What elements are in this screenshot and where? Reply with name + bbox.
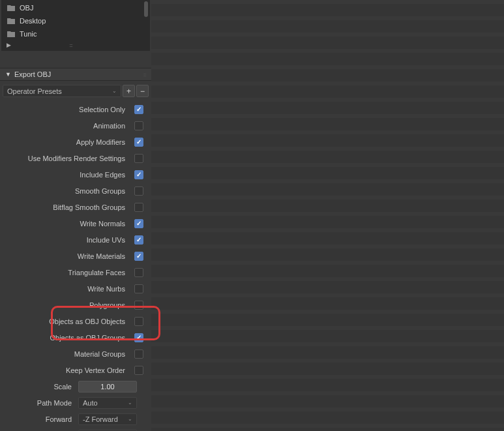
option-row: Material Groups	[3, 346, 149, 362]
forward-value: -Z Forward	[83, 415, 118, 423]
option-label: Objects as OBJ Groups	[3, 334, 132, 342]
up-row: Up Y Up ⌄	[3, 427, 149, 431]
bookmark-item-obj[interactable]: OBJ	[1, 1, 150, 14]
option-row: Objects as OBJ Objects	[3, 313, 149, 329]
path-mode-label: Path Mode	[3, 399, 76, 407]
disclosure-icon: ▼	[5, 71, 12, 78]
path-mode-row: Path Mode Auto ⌄	[3, 394, 149, 411]
option-row: Objects as OBJ Groups	[3, 329, 149, 346]
option-checkbox[interactable]	[134, 138, 143, 147]
grip-icon[interactable]: ::::	[143, 72, 146, 78]
operator-presets-select[interactable]: Operator Presets ⌄	[3, 85, 121, 97]
option-checkbox[interactable]	[134, 105, 143, 114]
option-row: Selection Only	[3, 101, 149, 117]
option-row: Polygroups	[3, 297, 149, 313]
option-checkbox[interactable]	[134, 268, 143, 277]
option-checkbox[interactable]	[134, 170, 143, 179]
option-checkbox[interactable]	[134, 366, 143, 375]
scale-label: Scale	[3, 383, 76, 391]
chevron-down-icon: ⌄	[128, 416, 132, 422]
option-label: Apply Modifiers	[3, 138, 132, 146]
option-row: Animation	[3, 117, 149, 134]
option-row: Use Modifiers Render Settings	[3, 150, 149, 166]
bookmarks-panel: OBJ Desktop Tunic ▶ ::::	[1, 0, 150, 51]
option-label: Use Modifiers Render Settings	[3, 155, 132, 162]
option-label: Write Nurbs	[3, 285, 132, 293]
option-label: Selection Only	[3, 106, 132, 113]
option-row: Keep Vertex Order	[3, 362, 149, 378]
option-label: Objects as OBJ Objects	[3, 318, 132, 325]
preset-label: Operator Presets	[7, 87, 62, 95]
forward-row: Forward -Z Forward ⌄	[3, 411, 149, 427]
option-label: Keep Vertex Order	[3, 366, 132, 374]
bookmark-label: Tunic	[20, 30, 37, 38]
sidebar: OBJ Desktop Tunic ▶ :::: ▼ Export OBJ ::…	[0, 0, 151, 431]
option-label: Polygroups	[3, 301, 132, 309]
option-row: Apply Modifiers	[3, 134, 149, 150]
option-label: Include UVs	[3, 236, 132, 244]
path-mode-select[interactable]: Auto ⌄	[78, 397, 137, 409]
option-checkbox[interactable]	[134, 317, 143, 326]
option-checkbox[interactable]	[134, 154, 143, 163]
option-checkbox[interactable]	[134, 186, 143, 196]
option-row: Triangulate Faces	[3, 264, 149, 280]
option-checkbox[interactable]	[134, 235, 143, 245]
bookmark-item-desktop[interactable]: Desktop	[1, 14, 150, 27]
grip-icon[interactable]: ::::	[69, 42, 72, 48]
scale-row: Scale 1.00	[3, 378, 149, 394]
remove-preset-button[interactable]: −	[136, 85, 149, 97]
option-checkbox[interactable]	[134, 203, 143, 212]
folder-icon	[7, 30, 16, 38]
option-label: Include Edges	[3, 171, 132, 179]
option-checkbox[interactable]	[134, 284, 143, 293]
option-label: Triangulate Faces	[3, 269, 132, 276]
forward-select[interactable]: -Z Forward ⌄	[78, 413, 137, 425]
option-checkbox[interactable]	[134, 349, 143, 359]
option-label: Animation	[3, 122, 132, 130]
option-label: Bitflag Smooth Groups	[3, 203, 132, 211]
option-row: Include UVs	[3, 231, 149, 248]
option-label: Write Normals	[3, 220, 132, 228]
preset-row: Operator Presets ⌄ + −	[3, 85, 149, 97]
panel-body: Operator Presets ⌄ + − Selection OnlyAni…	[0, 81, 151, 431]
chevron-down-icon: ⌄	[112, 88, 117, 94]
option-label: Smooth Groups	[3, 187, 132, 195]
file-list-area	[151, 0, 504, 431]
option-label: Material Groups	[3, 350, 132, 358]
add-preset-button[interactable]: +	[123, 85, 135, 97]
folder-icon	[7, 4, 16, 12]
option-row: Write Nurbs	[3, 280, 149, 297]
option-row: Write Materials	[3, 248, 149, 264]
chevron-down-icon: ⌄	[128, 400, 132, 406]
option-row: Write Normals	[3, 215, 149, 231]
option-checkbox[interactable]	[134, 219, 143, 228]
option-checkbox[interactable]	[134, 121, 143, 130]
panel-header[interactable]: ▼ Export OBJ ::::	[0, 68, 151, 81]
bookmarks-footer: ▶ ::::	[1, 40, 150, 50]
option-row: Include Edges	[3, 166, 149, 183]
folder-icon	[7, 17, 16, 25]
option-row: Bitflag Smooth Groups	[3, 199, 149, 215]
option-label: Write Materials	[3, 252, 132, 260]
option-checkbox[interactable]	[134, 333, 143, 342]
bookmark-label: OBJ	[20, 4, 33, 12]
panel-title: Export OBJ	[14, 70, 51, 78]
bookmark-item-tunic[interactable]: Tunic	[1, 27, 150, 40]
path-mode-value: Auto	[83, 399, 98, 407]
forward-label: Forward	[3, 415, 76, 423]
export-panel: ▼ Export OBJ :::: Operator Presets ⌄ + −…	[0, 68, 151, 431]
bookmarks-scrollbar[interactable]	[144, 1, 148, 17]
option-row: Smooth Groups	[3, 183, 149, 199]
expand-arrow-icon[interactable]: ▶	[7, 42, 13, 48]
scale-field[interactable]: 1.00	[78, 381, 137, 393]
option-checkbox[interactable]	[134, 252, 143, 261]
option-checkbox[interactable]	[134, 301, 143, 310]
bookmark-label: Desktop	[20, 17, 46, 25]
